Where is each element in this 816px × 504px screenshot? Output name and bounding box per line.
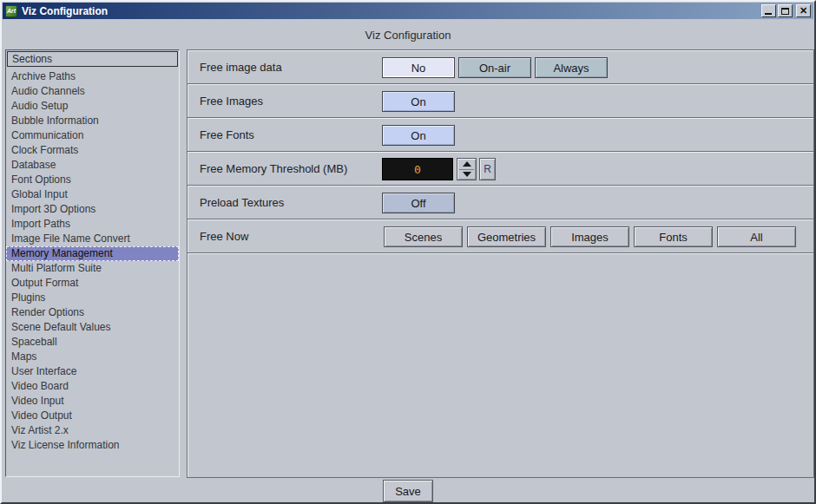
- free-now-all-button[interactable]: All: [717, 226, 796, 247]
- minimize-icon: [765, 13, 772, 15]
- sections-list: Archive Paths Audio Channels Audio Setup…: [6, 68, 179, 453]
- sections-header: Sections: [7, 51, 178, 67]
- sidebar-item-communication[interactable]: Communication: [6, 128, 179, 143]
- sidebar-item-image-file-name-convert[interactable]: Image File Name Convert: [6, 232, 179, 246]
- free-memory-threshold-label: Free Memory Threshold (MB): [200, 162, 347, 175]
- window-controls: ✕: [761, 4, 811, 17]
- sidebar-item-spaceball[interactable]: Spaceball: [6, 335, 179, 350]
- titlebar: Art Viz Configuration ✕: [3, 3, 813, 19]
- sidebar-item-global-input[interactable]: Global Input: [6, 187, 179, 202]
- spinner-down-icon: [463, 172, 471, 177]
- free-image-data-options: No On-air Always: [382, 57, 608, 78]
- sidebar-item-scene-default-values[interactable]: Scene Default Values: [6, 320, 179, 335]
- free-image-data-label: Free image data: [200, 61, 282, 74]
- spinner-up-icon: [463, 161, 471, 167]
- sidebar-item-audio-channels[interactable]: Audio Channels: [6, 84, 179, 99]
- preload-textures-controls: Off: [382, 193, 455, 213]
- sidebar-item-bubble-information[interactable]: Bubble Information: [6, 114, 179, 128]
- sidebar-item-render-options[interactable]: Render Options: [6, 305, 179, 320]
- free-memory-threshold-spinner[interactable]: [457, 158, 477, 180]
- sidebar-item-import-paths[interactable]: Import Paths: [6, 217, 179, 232]
- free-fonts-label: Free Fonts: [200, 128, 254, 141]
- free-now-scenes-button[interactable]: Scenes: [384, 226, 463, 247]
- row-free-fonts: Free Fonts On: [187, 117, 814, 152]
- free-now-images-button[interactable]: Images: [550, 226, 629, 247]
- sidebar-item-plugins[interactable]: Plugins: [6, 291, 179, 305]
- free-image-data-no-button[interactable]: No: [382, 57, 455, 78]
- free-image-data-always-button[interactable]: Always: [535, 57, 608, 78]
- sidebar-item-video-board[interactable]: Video Board: [6, 379, 179, 394]
- row-free-image-data: Free image data No On-air Always: [187, 49, 814, 84]
- row-free-images: Free Images On: [187, 83, 814, 118]
- sidebar-item-memory-management[interactable]: Memory Management: [6, 246, 179, 261]
- page-title: Viz Configuration: [2, 29, 814, 42]
- sidebar-item-multi-platform-suite[interactable]: Multi Platform Suite: [6, 261, 179, 276]
- free-memory-threshold-reset-button[interactable]: R: [479, 158, 496, 180]
- minimize-button[interactable]: [761, 4, 776, 17]
- free-now-fonts-button[interactable]: Fonts: [634, 226, 713, 247]
- sidebar-item-clock-formats[interactable]: Clock Formats: [6, 143, 179, 158]
- sidebar-item-viz-artist-2x[interactable]: Viz Artist 2.x: [6, 423, 179, 438]
- free-images-label: Free Images: [200, 95, 263, 108]
- sections-sidebar: Sections Archive Paths Audio Channels Au…: [5, 49, 180, 477]
- free-image-data-on-air-button[interactable]: On-air: [458, 57, 531, 78]
- sidebar-item-video-input[interactable]: Video Input: [6, 394, 179, 409]
- sidebar-item-database[interactable]: Database: [6, 158, 179, 173]
- sidebar-item-video-output[interactable]: Video Output: [6, 409, 179, 423]
- sidebar-item-audio-setup[interactable]: Audio Setup: [6, 99, 179, 114]
- settings-panel: Free image data No On-air Always Free Im…: [187, 49, 814, 478]
- row-free-memory-threshold: Free Memory Threshold (MB) R: [187, 151, 814, 186]
- row-free-now: Free Now Scenes Geometries Images Fonts …: [187, 219, 814, 253]
- window-title: Viz Configuration: [22, 5, 108, 17]
- close-button[interactable]: ✕: [796, 4, 811, 17]
- sidebar-item-archive-paths[interactable]: Archive Paths: [6, 69, 179, 84]
- save-button[interactable]: Save: [383, 480, 433, 502]
- free-images-controls: On: [382, 91, 455, 112]
- free-memory-threshold-input[interactable]: [382, 158, 453, 180]
- sidebar-item-output-format[interactable]: Output Format: [6, 276, 179, 291]
- spinner-up-button[interactable]: [457, 160, 476, 169]
- maximize-button[interactable]: [778, 4, 793, 17]
- maximize-icon: [781, 8, 789, 15]
- free-now-actions: Scenes Geometries Images Fonts All: [384, 226, 796, 247]
- free-images-toggle[interactable]: On: [382, 91, 455, 112]
- free-now-geometries-button[interactable]: Geometries: [467, 226, 546, 247]
- sidebar-item-viz-license-information[interactable]: Viz License Information: [6, 438, 179, 453]
- sidebar-item-font-options[interactable]: Font Options: [6, 173, 179, 187]
- sidebar-item-maps[interactable]: Maps: [6, 350, 179, 364]
- free-fonts-toggle[interactable]: On: [382, 125, 455, 146]
- viz-configuration-window: Art Viz Configuration ✕ Viz Configuratio…: [0, 0, 816, 504]
- settings-panel-empty-area: [187, 252, 814, 478]
- close-icon: ✕: [800, 6, 807, 16]
- row-preload-textures: Preload Textures Off: [187, 185, 814, 219]
- sidebar-item-import-3d-options[interactable]: Import 3D Options: [6, 202, 179, 217]
- preload-textures-toggle[interactable]: Off: [382, 193, 455, 213]
- preload-textures-label: Preload Textures: [200, 196, 284, 209]
- viz-artist-app-icon: Art: [5, 5, 17, 17]
- free-fonts-controls: On: [382, 125, 455, 146]
- sidebar-item-user-interface[interactable]: User Interface: [6, 364, 179, 379]
- spinner-down-button[interactable]: [457, 170, 476, 180]
- free-now-label: Free Now: [200, 230, 248, 243]
